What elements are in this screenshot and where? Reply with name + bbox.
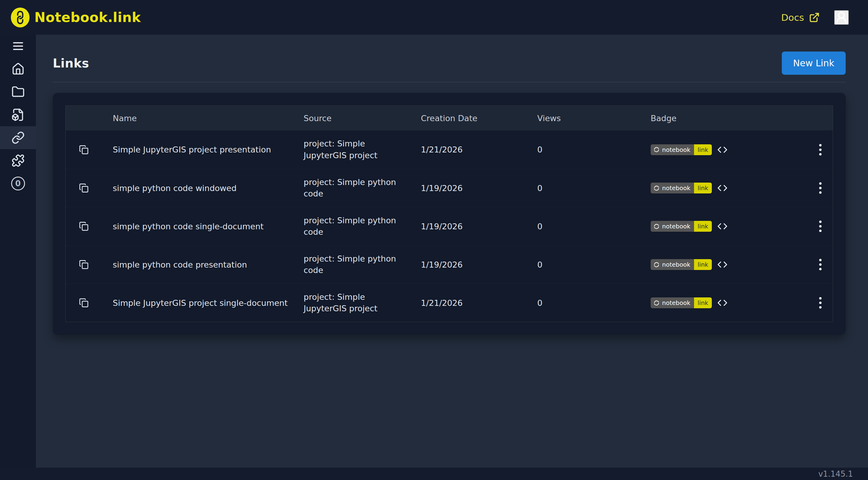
app-title: Notebook.link — [34, 10, 141, 25]
code-icon — [717, 221, 727, 231]
link-views: 0 — [537, 222, 651, 231]
row-actions-cell — [808, 181, 833, 196]
badge-left-label: notebook — [662, 261, 690, 268]
link-icon — [11, 131, 25, 144]
table-row: Simple JupyterGIS project single-documen… — [66, 284, 833, 322]
link-name: simple python code single-document — [113, 222, 304, 231]
notebook-link-badge: notebook link — [651, 221, 712, 232]
badge-left-label: notebook — [662, 184, 690, 192]
row-actions-cell — [808, 142, 833, 157]
row-menu-button[interactable] — [817, 257, 824, 272]
link-views: 0 — [537, 298, 651, 308]
row-menu-button[interactable] — [817, 142, 824, 157]
badge-right-segment: link — [694, 144, 712, 155]
page-header: Links New Link — [53, 52, 846, 75]
refresh-icon — [654, 147, 659, 153]
version-label: v1.145.1 — [818, 470, 853, 479]
embed-code-button[interactable] — [717, 298, 727, 308]
new-link-button[interactable]: New Link — [782, 52, 846, 75]
badge-cell: notebook link — [651, 297, 808, 308]
links-card: Name Source Creation Date Views Badge Si… — [53, 93, 846, 335]
link-name: Simple JupyterGIS project single-documen… — [113, 298, 304, 308]
notebook-link-badge: notebook link — [651, 259, 712, 270]
badge-cell: notebook link — [651, 144, 808, 155]
zero-label: 0 — [15, 179, 21, 188]
notebook-link-badge: notebook link — [651, 144, 712, 155]
table-body: Simple JupyterGIS project presentation p… — [66, 130, 833, 322]
copy-link-cell — [66, 145, 113, 155]
table-row: simple python code single-document proje… — [66, 207, 833, 245]
badge-right-segment: link — [694, 297, 712, 308]
row-actions-cell — [808, 295, 833, 310]
link-name: simple python code windowed — [113, 184, 304, 193]
footer: v1.145.1 — [0, 468, 868, 480]
top-navbar: Notebook.link Docs — [0, 0, 868, 35]
table-header-row: Name Source Creation Date Views Badge — [66, 106, 833, 130]
copy-link-button[interactable] — [79, 260, 89, 269]
copy-link-button[interactable] — [79, 183, 89, 193]
embed-code-button[interactable] — [717, 259, 727, 270]
code-icon — [717, 259, 727, 270]
code-icon — [717, 145, 727, 155]
link-source: project: Simple JupyterGIS project — [304, 138, 421, 161]
docs-link[interactable]: Docs — [781, 12, 820, 23]
sidebar-item-zero-indicator[interactable]: 0 — [0, 172, 36, 195]
app-logo[interactable]: Notebook.link — [11, 7, 141, 27]
copy-link-cell — [66, 183, 113, 193]
row-menu-button[interactable] — [817, 295, 824, 310]
embed-code-button[interactable] — [717, 145, 727, 155]
copy-link-button[interactable] — [79, 298, 89, 308]
link-creation-date: 1/19/2026 — [421, 184, 537, 193]
badge-left-label: notebook — [662, 223, 690, 230]
link-source: project: Simple python code — [304, 215, 421, 238]
main-content: Links New Link Name Source Creation Date… — [36, 35, 868, 468]
sidebar-menu-toggle[interactable] — [0, 35, 36, 58]
copy-link-button[interactable] — [79, 221, 89, 231]
link-name: simple python code presentation — [113, 260, 304, 269]
copy-link-cell — [66, 221, 113, 231]
column-header-name: Name — [113, 114, 304, 123]
table-row: simple python code presentation project:… — [66, 245, 833, 284]
menu-icon — [11, 39, 25, 53]
badge-right-segment: link — [694, 221, 712, 232]
logo-link-icon — [11, 7, 30, 27]
badge-cell: notebook link — [651, 221, 808, 232]
external-link-icon — [809, 12, 820, 23]
link-creation-date: 1/19/2026 — [421, 260, 537, 269]
badge-cell: notebook link — [651, 183, 808, 193]
column-header-badge: Badge — [651, 114, 808, 123]
app-root: Notebook.link Docs — [0, 0, 868, 480]
refresh-icon — [654, 262, 659, 267]
sidebar-item-projects[interactable] — [0, 81, 36, 103]
embed-code-button[interactable] — [717, 183, 727, 193]
page-title: Links — [53, 56, 89, 70]
badge-left-segment: notebook — [651, 297, 694, 308]
column-header-creation-date: Creation Date — [421, 114, 537, 123]
sidebar-item-extensions[interactable] — [0, 149, 36, 172]
code-icon — [717, 298, 727, 308]
row-menu-button[interactable] — [817, 219, 824, 234]
user-account-button[interactable] — [834, 10, 849, 25]
link-creation-date: 1/19/2026 — [421, 222, 537, 231]
sidebar: 0 — [0, 35, 36, 468]
copy-link-button[interactable] — [79, 145, 89, 155]
sidebar-item-home[interactable] — [0, 58, 36, 81]
row-actions-cell — [808, 257, 833, 272]
notebook-link-badge: notebook link — [651, 297, 712, 308]
badge-left-segment: notebook — [651, 221, 694, 232]
badge-right-segment: link — [694, 183, 712, 193]
sidebar-item-file-box[interactable] — [0, 103, 36, 126]
sidebar-item-links[interactable] — [0, 126, 36, 149]
user-icon — [835, 11, 848, 24]
link-creation-date: 1/21/2026 — [421, 145, 537, 154]
badge-cell: notebook link — [651, 259, 808, 270]
code-icon — [717, 183, 727, 193]
badge-left-label: notebook — [662, 146, 690, 153]
link-source: project: Simple JupyterGIS project — [304, 291, 421, 315]
row-menu-button[interactable] — [817, 181, 824, 196]
folder-icon — [11, 85, 25, 99]
link-views: 0 — [537, 260, 651, 269]
refresh-icon — [654, 185, 659, 191]
row-actions-cell — [808, 219, 833, 234]
embed-code-button[interactable] — [717, 221, 727, 231]
